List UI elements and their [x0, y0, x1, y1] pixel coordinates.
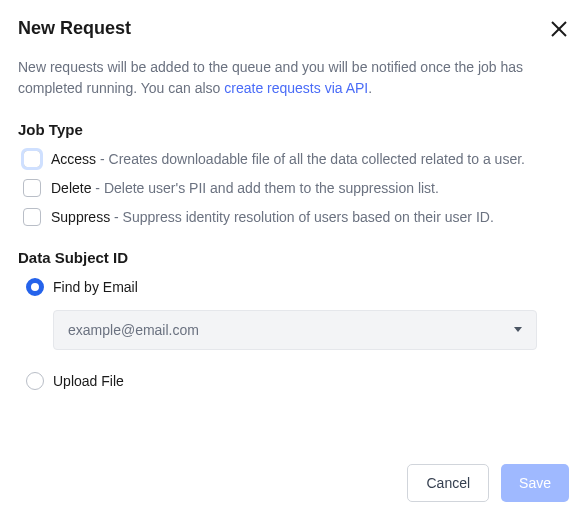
radio-label-upload: Upload File [53, 373, 124, 389]
data-subject-section: Data Subject ID Find by Email example@em… [18, 249, 569, 390]
option-name: Delete [51, 180, 91, 196]
checkbox-row-suppress: Suppress - Suppress identity resolution … [18, 208, 569, 226]
close-button[interactable] [549, 19, 569, 39]
checkbox-label: Delete - Delete user's PII and add them … [51, 179, 439, 197]
radio-label-email: Find by Email [53, 279, 138, 295]
option-name: Suppress [51, 209, 110, 225]
modal-title: New Request [18, 18, 131, 39]
description-suffix: . [368, 80, 372, 96]
option-desc: - Delete user's PII and add them to the … [91, 180, 438, 196]
radio-row-upload: Upload File [18, 372, 569, 390]
modal-description: New requests will be added to the queue … [18, 57, 569, 99]
checkbox-access[interactable] [23, 150, 41, 168]
option-desc: - Creates downloadable file of all the d… [96, 151, 525, 167]
option-name: Access [51, 151, 96, 167]
email-field-wrap: example@email.com [53, 310, 569, 350]
data-subject-title: Data Subject ID [18, 249, 569, 266]
cancel-button[interactable]: Cancel [407, 464, 489, 502]
email-placeholder: example@email.com [68, 322, 199, 338]
checkbox-label: Suppress - Suppress identity resolution … [51, 208, 494, 226]
radio-row-email: Find by Email [18, 278, 569, 296]
checkbox-row-delete: Delete - Delete user's PII and add them … [18, 179, 569, 197]
save-button[interactable]: Save [501, 464, 569, 502]
chevron-down-icon [514, 327, 522, 332]
email-combobox[interactable]: example@email.com [53, 310, 537, 350]
modal-footer: Cancel Save [407, 464, 569, 502]
checkbox-row-access: Access - Creates downloadable file of al… [18, 150, 569, 168]
option-desc: - Suppress identity resolution of users … [110, 209, 494, 225]
radio-find-by-email[interactable] [26, 278, 44, 296]
checkbox-suppress[interactable] [23, 208, 41, 226]
checkbox-delete[interactable] [23, 179, 41, 197]
modal-header: New Request [18, 18, 569, 39]
job-type-section: Job Type Access - Creates downloadable f… [18, 121, 569, 227]
checkbox-label: Access - Creates downloadable file of al… [51, 150, 525, 168]
job-type-title: Job Type [18, 121, 569, 138]
api-link[interactable]: create requests via API [224, 80, 368, 96]
radio-upload-file[interactable] [26, 372, 44, 390]
close-icon [551, 21, 567, 37]
